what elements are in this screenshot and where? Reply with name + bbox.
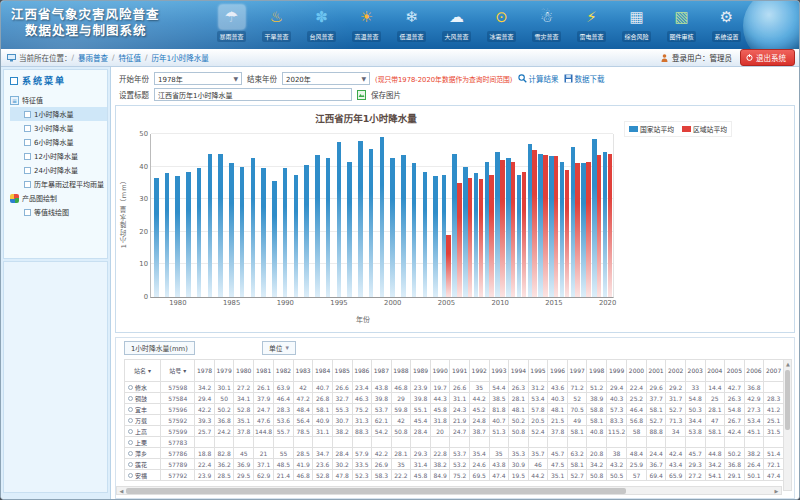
station-name-cell[interactable]: 萍乡 [125,448,161,459]
nav-item-低温普查[interactable]: ❄低温普查 [389,5,434,47]
value-cell: 22.4 [195,459,215,470]
value-cell [567,437,587,448]
expand-row-icon[interactable] [128,462,133,467]
logout-button[interactable]: 退出系统 [740,49,795,66]
sidebar-item-24小时降水量[interactable]: 24小时降水量 [10,163,107,177]
tree-group-产品图绘制[interactable]: 产品图绘制 [10,191,107,205]
value-cell: 47 [705,415,725,426]
expand-row-icon[interactable] [128,418,133,423]
breadcrumb-segment[interactable]: 特征值 [119,52,142,63]
nav-item-大风普查[interactable]: ☁大风普查 [434,5,479,47]
value-cell: 37.7 [646,393,666,404]
tree-group-特征值[interactable]: ≡特征值 [10,93,107,107]
nav-item-雪灾普查[interactable]: ☃雪灾普查 [524,5,569,47]
value-cell [450,437,470,448]
year-slot-2004 [430,134,441,297]
data-table-section: 1小时降水量(mm) 单位 ▾ 站名 ▾站号 ▾1978197919801981… [115,337,795,499]
sidebar-item-6小时降水量[interactable]: 6小时降水量 [10,135,107,149]
expand-row-icon[interactable] [128,429,133,434]
value-cell [469,437,489,448]
nav-item-label: 系统设置 [712,31,740,42]
nav-item-台风普查[interactable]: ✽台风普查 [299,5,344,47]
value-cell: 30.1 [214,382,234,393]
table-row-上栗: 上栗57783 [125,437,784,448]
scroll-right-icon[interactable]: ▶ [772,487,781,495]
value-cell: 28.5 [214,470,234,481]
value-cell: 22.8 [430,448,450,459]
bar-national-1995 [337,142,342,297]
data-download-button[interactable]: 数据下载 [564,73,605,84]
expand-row-icon[interactable] [128,473,133,478]
expand-row-icon[interactable] [128,396,133,401]
station-name-cell[interactable]: 上高 [125,426,161,437]
horizontal-scroll-thumb[interactable] [126,488,626,494]
sidebar-item-1小时降水量[interactable]: 1小时降水量 [10,107,107,121]
value-cell: 34.2 [705,459,725,470]
station-name-cell[interactable]: 宜丰 [125,404,161,415]
scroll-left-icon[interactable]: ◀ [117,487,126,495]
station-name-cell[interactable]: 安福 [125,470,161,481]
calc-result-button[interactable]: 计算结果 [518,73,559,84]
table-row-宜丰: 宜丰5759642.250.252.824.728.348.458.155.37… [125,404,784,415]
station-name-cell[interactable]: 上栗 [125,437,161,448]
breadcrumb-segment[interactable]: 暴雨普查 [78,52,108,63]
table-tab-1h-precip[interactable]: 1小时降水量(mm) [124,341,195,355]
y-tick-label: 30 [130,195,148,203]
col-header-year: 1999 [607,360,627,382]
year-slot-1983 [205,134,216,297]
horizontal-scrollbar[interactable]: ◀ ▶ [116,486,782,495]
station-name-cell[interactable]: 莲花 [125,459,161,470]
value-cell: 43.8 [372,382,392,393]
col-header-year: 1988 [391,360,411,382]
year-slot-2019 [592,134,603,297]
typhoon-icon: ✽ [309,5,335,29]
snow-icon: ☃ [534,5,560,29]
value-cell: 51.4 [764,448,784,459]
gale-icon: ☁ [444,5,470,29]
year-slot-2003 [420,134,431,297]
vertical-scroll-thumb[interactable] [785,370,790,430]
scroll-up-icon[interactable]: ▲ [784,360,792,369]
end-year-select[interactable]: 2020年▼ [282,72,370,85]
expand-row-icon[interactable] [128,407,133,412]
user-info: 登录用户：管理员 [661,52,732,63]
station-name-cell[interactable]: 铜鼓 [125,393,161,404]
year-slot-1994 [323,134,334,297]
col-header-station-name[interactable]: 站名 ▾ [125,360,161,382]
module-nav: ☂暴雨普查♨干旱普查✽台风普查☀高温普查❄低温普查☁大风普查⊙冰雹普查☃雪灾普查… [209,5,749,47]
col-header-station-id[interactable]: 站号 ▾ [161,360,195,382]
sidebar-item-等值线绘图[interactable]: 等值线绘图 [10,205,107,219]
nav-item-图件审核[interactable]: ▧图件审核 [659,5,704,47]
chart-title-input[interactable]: 江西省历年1小时降水量 [154,88,352,101]
col-header-year: 1989 [411,360,431,382]
value-cell: 30.7 [332,415,352,426]
nav-item-冰雹普查[interactable]: ⊙冰雹普查 [479,5,524,47]
nav-item-暴雨普查[interactable]: ☂暴雨普查 [209,5,254,47]
nav-item-综合风险[interactable]: ▦综合风险 [614,5,659,47]
value-cell [725,437,745,448]
start-year-select[interactable]: 1978年▼ [154,72,242,85]
value-cell: 53.4 [744,415,764,426]
title-controls: 设置标题 江西省历年1小时降水量 保存图片 [119,88,401,101]
value-cell: 22.4 [627,382,647,393]
expand-row-icon[interactable] [128,451,133,456]
expand-row-icon[interactable] [128,440,133,445]
x-tick-label: 1995 [330,299,347,307]
sidebar-item-3小时降水量[interactable]: 3小时降水量 [10,121,107,135]
breadcrumb-segment[interactable]: 历年1小时降水量 [152,52,209,63]
station-name-cell[interactable]: 修水 [125,382,161,393]
value-cell: 24.7 [254,404,274,415]
station-name-cell[interactable]: 万载 [125,415,161,426]
col-header-year: 1981 [254,360,274,382]
sidebar-item-12小时降水量[interactable]: 12小时降水量 [10,149,107,163]
sidebar-item-历年暴雨过程平均雨量[interactable]: 历年暴雨过程平均雨量 [10,177,107,191]
col-header-year: 1986 [352,360,372,382]
expand-row-icon[interactable] [128,385,133,390]
save-image-button[interactable]: 保存图片 [371,89,401,100]
value-cell: 24.4 [646,448,666,459]
nav-item-干旱普查[interactable]: ♨干旱普查 [254,5,299,47]
nav-item-高温普查[interactable]: ☀高温普查 [344,5,389,47]
vertical-scrollbar[interactable]: ▲ [783,359,792,491]
nav-item-雷电普查[interactable]: ⚡雷电普查 [569,5,614,47]
unit-select[interactable]: 单位 ▾ [262,341,296,355]
